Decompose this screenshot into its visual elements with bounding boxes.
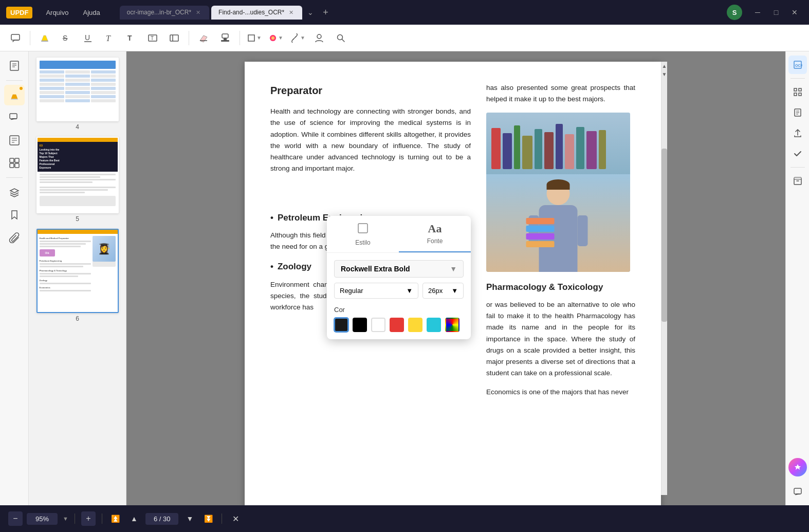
right-ai-icon[interactable] xyxy=(788,458,807,476)
sidebar-divider-1 xyxy=(6,80,23,81)
sidebar-pages-icon[interactable] xyxy=(4,56,25,76)
underline-button[interactable]: U xyxy=(79,29,97,47)
page-first-button[interactable]: ⏫ xyxy=(108,511,123,526)
svg-line-17 xyxy=(293,36,296,40)
stamp-button[interactable] xyxy=(216,29,234,47)
close-bottom-button[interactable]: ✕ xyxy=(228,511,243,526)
thumbnail-4[interactable]: 4 xyxy=(36,58,119,131)
textbox-button[interactable]: T xyxy=(143,29,162,47)
zoom-divider-3 xyxy=(222,513,222,524)
tab-add[interactable]: + xyxy=(319,6,333,19)
thumb5-body xyxy=(38,172,118,212)
zoom-dropdown-arrow[interactable]: ▼ xyxy=(63,516,68,522)
link-button[interactable]: ▼ xyxy=(288,29,307,47)
color-yellow-swatch[interactable] xyxy=(408,318,422,332)
sidebar-attachment-icon[interactable] xyxy=(4,227,25,248)
tab-1-close[interactable]: ✕ xyxy=(194,9,202,16)
sidebar-comments-icon[interactable] xyxy=(4,107,25,128)
sidebar-layers-icon[interactable] xyxy=(4,182,25,203)
thumbnail-panel: 4 03 Looking into theTop 10 SubjectMajor… xyxy=(29,51,126,505)
thumbnail-5[interactable]: 03 Looking into theTop 10 SubjectMajors … xyxy=(36,137,119,223)
user-avatar[interactable]: S xyxy=(727,5,742,20)
rect-dropdown-arrow: ▼ xyxy=(256,35,262,41)
right-upload-icon[interactable] xyxy=(788,124,807,142)
svg-rect-14 xyxy=(224,38,227,40)
right-check-icon[interactable] xyxy=(788,144,807,163)
page-next-button[interactable]: ▼ xyxy=(182,511,197,526)
user-button[interactable] xyxy=(310,29,328,47)
right-scan-icon[interactable] xyxy=(788,83,807,101)
svg-rect-34 xyxy=(15,163,19,168)
svg-rect-26 xyxy=(10,114,17,119)
tab-bar: ocr-image...in-br_OCR* ✕ Find-and-...udi… xyxy=(120,6,723,20)
zoom-display[interactable]: 95% xyxy=(27,513,58,525)
scrollbar-track[interactable]: ▲ ▼ xyxy=(661,62,667,495)
font-size-selector[interactable]: 26px ▼ xyxy=(422,283,464,299)
page-indicator: 6 / 30 xyxy=(145,513,179,525)
color-rainbow-swatch[interactable] xyxy=(445,318,459,332)
right-ocr-icon[interactable]: OCR xyxy=(788,56,807,74)
thumbnail-6[interactable]: Health and Medical Preparator Olá Petrol… xyxy=(36,229,119,322)
right-export-icon[interactable] xyxy=(788,103,807,122)
sidebar-bookmark-icon[interactable] xyxy=(4,205,25,225)
color-white-swatch[interactable] xyxy=(371,318,385,332)
font-style-row: Regular ▼ 26px ▼ xyxy=(334,283,464,299)
font-tab[interactable]: Aa Fonte xyxy=(399,216,471,252)
font-size-arrow: ▼ xyxy=(451,287,458,295)
svg-rect-25 xyxy=(11,99,18,100)
scrollbar-down-btn[interactable]: ▼ xyxy=(661,70,667,78)
svg-rect-15 xyxy=(248,35,254,41)
tab-2-close[interactable]: ✕ xyxy=(287,9,295,16)
thumb6-body: Health and Medical Preparator Olá Petrol… xyxy=(38,234,118,293)
minimize-button[interactable]: ─ xyxy=(749,6,766,19)
svg-rect-32 xyxy=(15,158,19,162)
text-t-button[interactable]: T xyxy=(100,29,119,47)
scrollbar-thumb[interactable] xyxy=(661,149,667,322)
sidebar-edit-icon[interactable] xyxy=(4,130,25,151)
color-dark-swatch[interactable] xyxy=(334,318,348,332)
font-style-selector[interactable]: Regular ▼ xyxy=(334,283,418,299)
svg-rect-41 xyxy=(799,93,801,96)
color-red-swatch[interactable] xyxy=(390,318,404,332)
scrollbar-up-btn[interactable]: ▲ xyxy=(661,62,667,70)
tab-2[interactable]: Find-and-...udies_OCR* ✕ xyxy=(211,6,302,20)
right-comment-icon[interactable] xyxy=(788,483,807,501)
toolbar-divider-3 xyxy=(240,31,240,45)
page-last-button[interactable]: ⏬ xyxy=(201,511,215,526)
close-button[interactable]: ✕ xyxy=(786,6,803,19)
highlight-button[interactable] xyxy=(35,29,54,47)
color-black-swatch[interactable] xyxy=(353,318,367,332)
page-prev-button[interactable]: ▲ xyxy=(127,511,141,526)
edit-text-button[interactable] xyxy=(165,29,183,47)
zoom-in-button[interactable]: + xyxy=(81,511,96,526)
search-button[interactable] xyxy=(332,29,350,47)
rect-button[interactable]: ▼ xyxy=(245,29,264,47)
font-popup-tabs: Estilo Aa Fonte xyxy=(327,216,471,253)
color-teal-swatch[interactable] xyxy=(427,318,441,332)
sidebar-organize-icon[interactable] xyxy=(4,153,25,173)
color-section-label: Cor xyxy=(334,306,464,314)
maximize-button[interactable]: □ xyxy=(768,6,784,19)
eraser-button[interactable] xyxy=(194,29,213,47)
font-name-selector[interactable]: Rockwell Extra Bold ▼ xyxy=(334,260,464,278)
strikethrough-button[interactable]: S xyxy=(57,29,76,47)
style-tab[interactable]: Estilo xyxy=(327,216,399,252)
color-button[interactable]: ▼ xyxy=(267,29,285,47)
svg-rect-12 xyxy=(222,34,228,38)
toolbar: S U T T T ▼ ▼ ▼ xyxy=(0,25,809,51)
doc-person-image xyxy=(486,113,630,272)
document-area: Preparator Health and technology are con… xyxy=(126,51,785,505)
zoom-out-button[interactable]: − xyxy=(8,511,23,526)
zoom-value: 95% xyxy=(35,515,49,523)
font-tab-icon: Aa xyxy=(428,222,442,235)
tab-1[interactable]: ocr-image...in-br_OCR* ✕ xyxy=(120,6,209,20)
menu-ajuda[interactable]: Ajuda xyxy=(78,7,105,19)
tab-overflow[interactable]: ⌄ xyxy=(304,7,317,17)
menu-arquivo[interactable]: Arquivo xyxy=(41,7,73,19)
text-format-button[interactable]: T xyxy=(122,29,140,47)
svg-rect-33 xyxy=(10,163,14,168)
right-col-text1: has also presented some great prospects … xyxy=(486,82,635,105)
sidebar-highlight-icon[interactable] xyxy=(4,85,25,105)
right-archive-icon[interactable] xyxy=(788,172,807,190)
comment-tool-button[interactable] xyxy=(6,29,25,47)
